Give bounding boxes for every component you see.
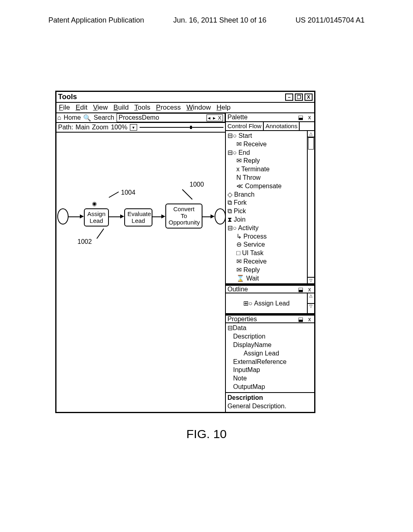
palette-item[interactable]: ⧉ Pick [227, 207, 305, 216]
palette-item[interactable]: ↳ Process [227, 233, 305, 241]
prop-description-header: Description [227, 394, 313, 402]
palette-item-label: Reply [243, 266, 260, 273]
zoom-value: 100% [111, 124, 127, 131]
tab-nav-controls[interactable]: ◂ ▸ X [206, 114, 223, 121]
app-window: Tools – ❐ X File Edit View Build Tools P… [55, 91, 315, 413]
scroll-up-icon[interactable]: △ [308, 293, 314, 304]
palette-item[interactable]: x Terminate [227, 165, 305, 174]
menu-window[interactable]: Window [186, 104, 211, 112]
pin-icon[interactable]: ⬓ [298, 316, 305, 322]
menu-process[interactable]: Process [156, 104, 181, 112]
palette-item-label: Reply [243, 157, 260, 164]
palette-item[interactable]: ⧉ Fork [227, 199, 305, 207]
tab-document[interactable]: ProcessDemo ◂ ▸ X [117, 113, 225, 122]
palette-scrollbar[interactable]: △ ▽ [307, 131, 314, 283]
home-icon: ⌂ [56, 114, 62, 121]
prop-outputmap[interactable]: OutputMap [227, 383, 313, 391]
menu-help[interactable]: Help [217, 104, 231, 112]
palette-item[interactable]: ◇ Branch [227, 191, 305, 199]
node-convert-opportunity[interactable]: Convert To Opportunity [165, 204, 202, 229]
outline-header: Outline ⬓ x [226, 285, 314, 293]
palette-item-icon: x [236, 166, 240, 172]
process-canvas[interactable]: Assign Lead ◉ Evaluate Lead Convert To O… [56, 133, 225, 412]
prop-displayname-value: Assign Lead [227, 349, 313, 358]
end-node[interactable] [215, 208, 226, 224]
palette-item-icon: ⊟○ [227, 132, 237, 139]
scroll-thumb[interactable] [308, 137, 314, 150]
callout-arrow [96, 229, 104, 239]
palette-item[interactable]: ✉ Receive [227, 258, 305, 266]
pub-date-sheet: Jun. 16, 2011 Sheet 10 of 16 [173, 16, 266, 25]
menu-view[interactable]: View [93, 104, 108, 112]
palette-item[interactable]: ✉ Reply [227, 157, 305, 165]
titlebar: Tools – ❐ X [56, 92, 314, 103]
tab-home[interactable]: Home [62, 114, 83, 121]
close-icon[interactable]: x [308, 286, 313, 293]
flow-edge [109, 216, 121, 217]
menu-build[interactable]: Build [113, 104, 129, 112]
close-icon[interactable]: x [308, 114, 313, 121]
node-evaluate-lead[interactable]: Evaluate Lead [124, 208, 152, 227]
tab-control-flow[interactable]: Control Flow [226, 122, 264, 130]
outline-scrollbar[interactable]: △ ▽ [307, 293, 314, 313]
prop-externalreference[interactable]: ExternalReference [227, 358, 313, 366]
palette-item[interactable]: ⊖ Service [227, 241, 305, 249]
palette-item[interactable]: N Throw [227, 174, 305, 182]
arrow-icon [211, 214, 215, 218]
scroll-down-icon[interactable]: ▽ [308, 277, 314, 283]
minimize-button[interactable]: – [285, 94, 293, 101]
menu-file[interactable]: File [59, 104, 70, 112]
pin-icon[interactable]: ⬓ [298, 114, 305, 121]
figure-caption: FIG. 10 [0, 427, 413, 441]
zoom-slider-handle[interactable] [190, 126, 192, 129]
palette-item[interactable]: ⊟○ End [227, 149, 305, 157]
palette-item-icon: ⊖ [236, 241, 242, 248]
palette-item[interactable]: ✉ Receive [227, 140, 305, 149]
close-button[interactable]: X [305, 94, 313, 101]
prop-displayname[interactable]: DisplayName [227, 341, 313, 349]
scroll-up-icon[interactable]: △ [308, 131, 314, 137]
palette-item[interactable]: ⌛ Wait [227, 274, 305, 283]
outline-item[interactable]: ⊞○ Assign Lead [226, 293, 307, 313]
outline-item-icon: ⊞○ [243, 299, 252, 307]
pub-number: US 2011/0145704 A1 [296, 16, 365, 25]
palette-item-label: Start [238, 132, 252, 139]
collapse-icon[interactable]: ⊟ [227, 324, 233, 331]
props-group[interactable]: ⊟Data [227, 324, 313, 332]
palette-item-icon: ✉ [236, 141, 242, 148]
properties-title: Properties [227, 316, 257, 323]
palette-item-label: Activity [238, 224, 259, 231]
arrow-icon [161, 214, 165, 218]
tab-annotations[interactable]: Annotations [264, 122, 300, 130]
palette-body: ⊟○ Start✉ Receive⊟○ End✉ Replyx Terminat… [226, 131, 314, 285]
palette-item-label: UI Task [242, 249, 263, 256]
close-icon[interactable]: x [308, 316, 313, 322]
menu-tools[interactable]: Tools [134, 104, 150, 112]
prop-note[interactable]: Note [227, 374, 313, 383]
search-icon: 🔍 [82, 114, 92, 122]
prop-inputmap[interactable]: InputMap [227, 366, 313, 374]
zoom-slider-button[interactable]: ▾ [130, 124, 137, 131]
palette-item-icon: ✉ [236, 157, 242, 164]
prop-description[interactable]: Description [227, 332, 313, 341]
callout-1000: 1000 [190, 181, 204, 188]
palette-item-label: Join [234, 216, 245, 223]
zoom-slider[interactable] [140, 127, 223, 128]
scroll-down-icon[interactable]: ▽ [308, 304, 314, 314]
palette-item[interactable]: ≪ Compensate [227, 182, 305, 191]
palette-item[interactable]: ✉ Reply [227, 266, 305, 274]
palette-item[interactable]: ⧗ Join [227, 216, 305, 224]
flow-edge [69, 216, 81, 217]
flow-edge [152, 216, 162, 217]
tab-search[interactable]: Search [92, 114, 116, 121]
pin-icon[interactable]: ⬓ [298, 286, 305, 293]
start-node[interactable] [57, 208, 69, 224]
palette-item[interactable]: ⊟○ Activity [227, 224, 305, 233]
palette-item-icon: ⊟○ [227, 149, 237, 156]
menu-edit[interactable]: Edit [75, 104, 87, 112]
node-assign-lead[interactable]: Assign Lead [84, 208, 109, 227]
palette-item[interactable]: □ UI Task [227, 249, 305, 258]
outline-body: ⊞○ Assign Lead △ ▽ [226, 293, 314, 314]
maximize-button[interactable]: ❐ [295, 94, 303, 101]
palette-item[interactable]: ⊟○ Start [227, 132, 305, 140]
